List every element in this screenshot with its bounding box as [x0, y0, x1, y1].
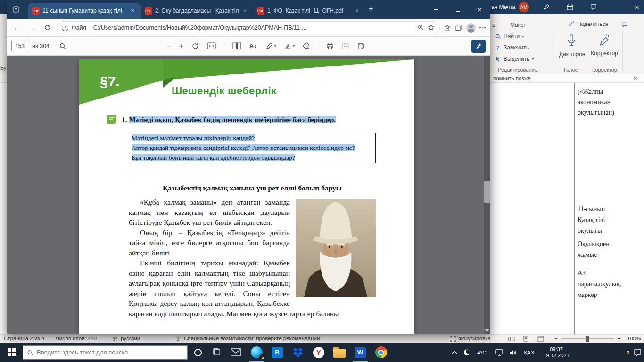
dropbox-app-icon[interactable] [288, 343, 308, 362]
save-as-icon[interactable] [357, 42, 365, 50]
search-input[interactable] [37, 349, 183, 356]
rotate-icon[interactable] [191, 42, 199, 50]
search-icon[interactable] [59, 42, 66, 50]
chrome-app-icon[interactable] [371, 343, 391, 362]
keyboard-language[interactable]: ҚАЗ [520, 343, 538, 362]
cortana-icon[interactable] [189, 343, 207, 362]
tab-close-icon[interactable]: × [354, 8, 360, 14]
network-icon[interactable] [493, 343, 505, 362]
find-button[interactable]: Найти ▾ [495, 33, 524, 40]
highlight-icon[interactable]: ▾ [284, 42, 295, 49]
pin-icon [476, 43, 482, 49]
scroll-down-icon[interactable] [485, 329, 489, 332]
status-focus[interactable]: Фокусировка [458, 335, 491, 343]
erase-icon[interactable] [303, 42, 310, 49]
taskbar-search[interactable] [23, 345, 188, 360]
table-row: Мәтіндегі мәлімет туралы пікірлерің қанд… [129, 133, 376, 143]
table-border-horizontal [574, 200, 644, 200]
more-menu-icon[interactable] [479, 27, 486, 28]
notification-close-icon[interactable]: × [634, 75, 637, 82]
back-icon[interactable]: ← [11, 24, 23, 32]
scrollbar-thumb[interactable] [484, 181, 490, 203]
status-accessibility[interactable]: Специальные возможности: проверьте реком… [184, 335, 320, 343]
browser-tab[interactable]: PDF 1_ФО_Казақ тілі_11_ОГН.pdf × [253, 3, 364, 19]
zoom-search-icon[interactable] [417, 24, 424, 31]
vk-app-icon[interactable]: B [267, 343, 288, 362]
pen-icon[interactable] [543, 4, 550, 10]
edge-app-icon[interactable]: 5 [246, 343, 267, 362]
doc-table-cell: 11-сынып Қазақ тілі оқулығы [578, 204, 641, 236]
scrollbar[interactable] [484, 56, 490, 334]
tray-expand-icon[interactable] [449, 343, 460, 362]
table-row: Бұл тақырып бойынша тағы қай әдебиеттерд… [129, 153, 376, 163]
select-button[interactable]: Выделить ▾ [495, 56, 534, 62]
page-number-input[interactable] [11, 41, 28, 51]
info-icon[interactable]: i [62, 25, 68, 31]
forward-icon[interactable]: → [26, 24, 38, 32]
comment-icon[interactable] [590, 4, 597, 10]
mail-app-icon[interactable] [225, 343, 246, 362]
editor-button[interactable]: Корректор [590, 34, 619, 57]
volume-icon[interactable] [506, 343, 519, 362]
ribbon-divider [586, 31, 586, 71]
exercise-instruction: Мәтінді оқып, Қазыбек бидің шешендік шеб… [129, 116, 379, 124]
close-icon[interactable]: × [469, 0, 490, 19]
zoom-out-icon[interactable]: − [166, 42, 171, 50]
word-close-icon[interactable]: × [630, 0, 644, 14]
calendar-icon[interactable] [567, 4, 573, 10]
save-icon[interactable] [342, 42, 349, 50]
clock[interactable]: 09:3719.12.2021 [538, 343, 574, 362]
browser-tab[interactable]: PDF 11-сынып Гуманитар қазақ тілі × [28, 3, 140, 19]
action-center-icon[interactable]: 3 [622, 343, 644, 362]
account-avatar[interactable]: АМ [519, 2, 529, 12]
read-mode-icon[interactable] [508, 336, 515, 342]
start-button[interactable] [0, 343, 23, 362]
replace-button[interactable]: Заменить [495, 44, 529, 51]
zoom-in-icon[interactable]: + [179, 42, 183, 50]
page-total-label: из 304 [32, 43, 50, 49]
share-button[interactable]: Поделиться [568, 21, 608, 27]
zoom-slider[interactable] [561, 338, 614, 339]
status-zoom-level[interactable]: 100% [627, 335, 641, 343]
status-language[interactable]: русский [121, 335, 140, 343]
draw-icon[interactable]: ▾ [266, 42, 276, 49]
print-layout-icon[interactable] [523, 336, 528, 342]
toolbar-divider [318, 42, 318, 50]
file-explorer-icon[interactable] [329, 343, 350, 362]
ribbon-tab-layout[interactable]: Макет [510, 22, 526, 28]
tab-close-icon[interactable]: × [242, 8, 248, 14]
weather-temperature[interactable]: 4°C [472, 343, 491, 362]
page-view-icon[interactable] [232, 42, 241, 49]
favorites-bar-icon[interactable] [444, 24, 451, 32]
refresh-icon[interactable] [41, 24, 53, 31]
yandex-app-icon[interactable]: Y [308, 343, 329, 362]
dictate-button[interactable]: Диктофон [559, 34, 584, 58]
pin-toolbar-button[interactable] [471, 40, 486, 53]
chevron-down-icon: ▾ [532, 57, 534, 61]
ribbon-comment-icon[interactable] [621, 21, 628, 28]
chevron-down-icon[interactable]: ▾ [274, 44, 276, 48]
print-icon[interactable] [326, 42, 334, 50]
maximize-icon[interactable] [447, 0, 469, 19]
status-page-count[interactable]: Страница 2 из 4 [4, 335, 44, 343]
zoom-slider-thumb[interactable] [586, 336, 589, 342]
status-word-count[interactable]: Число слов: 480 [56, 335, 97, 343]
add-favorite-icon[interactable] [428, 24, 435, 31]
collections-icon[interactable] [455, 24, 462, 32]
fit-width-icon[interactable] [207, 42, 216, 49]
minimize-icon[interactable] [425, 0, 447, 19]
address-bar[interactable]: i Файл C:/Users/admin/Documents/Новый%20… [57, 21, 440, 34]
ribbon-tab-fragment[interactable]: ц [492, 22, 495, 28]
zoom-in-icon[interactable]: + [618, 335, 621, 343]
web-layout-icon[interactable] [537, 336, 544, 342]
new-tab-icon[interactable]: + [369, 5, 373, 13]
word-app-icon[interactable]: W [350, 343, 371, 362]
browser-tab[interactable]: PDF 2. Оқу бағдарламасы_ Қазақ тіл × [140, 3, 252, 19]
task-view-icon[interactable] [207, 343, 226, 362]
chevron-down-icon[interactable]: ▾ [293, 44, 295, 48]
tab-actions-icon[interactable] [12, 6, 20, 13]
zoom-out-icon[interactable]: − [554, 335, 558, 343]
tab-close-icon[interactable]: × [130, 8, 136, 14]
profile-avatar[interactable] [466, 23, 476, 33]
read-aloud-icon[interactable]: A [249, 42, 258, 49]
